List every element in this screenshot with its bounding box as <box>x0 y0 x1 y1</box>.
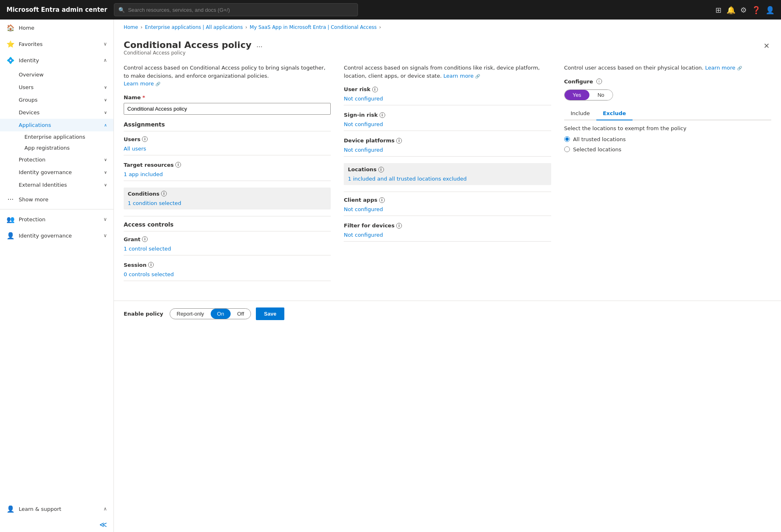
locations-info-icon[interactable]: i <box>378 167 384 172</box>
tab-exclude[interactable]: Exclude <box>596 107 633 120</box>
close-button[interactable]: ✕ <box>762 40 771 52</box>
settings-icon[interactable]: ⚙ <box>740 6 747 14</box>
sidebar-sub-groups[interactable]: Groups ∨ <box>0 94 113 106</box>
locations-value[interactable]: 1 included and all trusted locations exc… <box>348 176 467 182</box>
session-info-icon[interactable]: i <box>148 262 154 268</box>
identity-governance-label: Identity governance <box>19 169 72 175</box>
identity-governance-chevron: ∨ <box>104 170 107 174</box>
off-button[interactable]: Off <box>231 309 251 319</box>
device-platforms-value[interactable]: Not configured <box>344 147 383 153</box>
help-icon[interactable]: ❓ <box>752 6 761 14</box>
learn-more-3[interactable]: Learn more <box>705 65 735 71</box>
form-col-1: Control access based on Conditional Acce… <box>124 64 331 288</box>
location-radio-group: All trusted locations Selected locations <box>564 136 771 153</box>
sidebar-item-protection2[interactable]: 👥 Protection ∨ <box>0 211 113 227</box>
ellipsis-button[interactable]: ... <box>256 41 262 49</box>
protection2-icon: 👥 <box>7 215 15 223</box>
identity-governance2-label: Identity governance <box>19 233 99 239</box>
sidebar-sub-identity-governance[interactable]: Identity governance ∨ <box>0 166 113 179</box>
sidebar-sub-external-identities[interactable]: External Identities ∨ <box>0 179 113 191</box>
selected-locations-label: Selected locations <box>573 146 622 153</box>
sidebar-item-favorites[interactable]: ⭐ Favorites ∨ <box>0 36 113 52</box>
all-trusted-radio-input[interactable] <box>564 136 570 142</box>
users-value[interactable]: All users <box>124 146 146 152</box>
yes-button[interactable]: Yes <box>565 90 589 100</box>
sidebar-app-registrations[interactable]: App registrations <box>0 142 113 153</box>
filter-devices-info-icon[interactable]: i <box>396 223 402 229</box>
device-platforms-info-icon[interactable]: i <box>396 138 402 144</box>
name-field-label: Name * <box>124 94 331 100</box>
client-apps-field-group: Client apps i Not configured <box>344 197 551 216</box>
enable-policy-bar: Enable policy Report-only On Off Save <box>114 301 781 327</box>
conditions-value[interactable]: 1 condition selected <box>128 200 181 206</box>
user-risk-value[interactable]: Not configured <box>344 96 383 102</box>
sidebar-collapse-btn[interactable]: ≪ <box>0 517 113 532</box>
selected-locations-radio-input[interactable] <box>564 146 570 152</box>
tab-include[interactable]: Include <box>564 107 596 120</box>
configure-info-icon[interactable]: i <box>596 78 602 84</box>
grid-icon[interactable]: ⊞ <box>716 6 722 14</box>
session-value[interactable]: 0 controls selected <box>124 271 174 277</box>
form-grid: Control access based on Conditional Acce… <box>124 64 771 294</box>
sign-in-risk-value[interactable]: Not configured <box>344 121 383 127</box>
protection2-label: Protection <box>19 216 99 222</box>
users-chevron: ∨ <box>104 85 107 89</box>
sidebar-item-home[interactable]: 🏠 Home <box>0 20 113 36</box>
grant-value[interactable]: 1 control selected <box>124 246 171 252</box>
grant-info-icon[interactable]: i <box>142 236 148 242</box>
breadcrumb-home[interactable]: Home <box>124 24 138 30</box>
sidebar-sub-devices[interactable]: Devices ∨ <box>0 106 113 119</box>
user-risk-info-icon[interactable]: i <box>372 87 378 92</box>
sidebar-item-identity-governance2[interactable]: 👤 Identity governance ∨ <box>0 227 113 244</box>
grant-label: Grant i <box>124 236 331 242</box>
panel-subtitle: Conditional Access policy <box>124 50 262 56</box>
search-bar[interactable]: 🔍 <box>114 3 358 16</box>
protection2-chevron: ∨ <box>103 216 107 222</box>
home-icon: 🏠 <box>7 24 15 32</box>
breadcrumb-enterprise-apps[interactable]: Enterprise applications | All applicatio… <box>145 24 243 30</box>
sidebar-item-learn-support[interactable]: 👤 Learn & support ∧ <box>0 501 113 517</box>
learn-more-1[interactable]: Learn more <box>124 81 154 87</box>
learn-support-icon: 👤 <box>7 505 15 513</box>
learn-support-chevron: ∧ <box>103 506 107 512</box>
sidebar-sub-applications[interactable]: Applications ∧ <box>0 119 113 131</box>
sidebar-sub-overview[interactable]: Overview <box>0 68 113 81</box>
overview-label: Overview <box>19 72 44 78</box>
sign-in-risk-info-icon[interactable]: i <box>380 112 385 118</box>
on-button[interactable]: On <box>211 309 231 319</box>
user-icon[interactable]: 👤 <box>766 6 774 14</box>
client-apps-value[interactable]: Not configured <box>344 206 383 212</box>
name-input[interactable] <box>124 103 331 115</box>
no-button[interactable]: No <box>589 90 613 100</box>
client-apps-info-icon[interactable]: i <box>379 197 385 203</box>
report-only-button[interactable]: Report-only <box>170 309 210 319</box>
top-bar: Microsoft Entra admin center 🔍 ⊞ 🔔 ⚙ ❓ 👤 <box>0 0 781 20</box>
selected-locations-radio[interactable]: Selected locations <box>564 146 771 153</box>
conditions-label: Conditions i <box>128 191 327 197</box>
sidebar-sub-protection[interactable]: Protection ∨ <box>0 153 113 166</box>
target-resources-value[interactable]: 1 app included <box>124 171 163 177</box>
sidebar-identity-label: Identity <box>19 57 99 63</box>
sidebar-sub-users[interactable]: Users ∨ <box>0 81 113 94</box>
assignments-section: Assignments <box>124 121 331 131</box>
filter-devices-value[interactable]: Not configured <box>344 232 383 238</box>
conditions-info-icon[interactable]: i <box>161 191 167 196</box>
app-registrations-label: App registrations <box>24 145 70 151</box>
bell-icon[interactable]: 🔔 <box>726 6 735 14</box>
users-field-group: Users i All users <box>124 136 331 155</box>
exclude-desc: Select the locations to exempt from the … <box>564 125 771 131</box>
groups-chevron: ∨ <box>104 98 107 102</box>
sidebar-item-show-more[interactable]: ··· Show more <box>0 191 113 207</box>
users-info-icon[interactable]: i <box>142 136 148 142</box>
sidebar-enterprise-apps[interactable]: Enterprise applications <box>0 131 113 142</box>
content-area: Home › Enterprise applications | All app… <box>114 20 781 532</box>
breadcrumb-my-saas[interactable]: My SaaS App in Microsoft Entra | Conditi… <box>250 24 377 30</box>
all-trusted-radio[interactable]: All trusted locations <box>564 136 771 142</box>
client-apps-label: Client apps i <box>344 197 551 203</box>
save-button[interactable]: Save <box>256 307 284 320</box>
grant-field-group: Grant i 1 control selected <box>124 236 331 255</box>
target-resources-info-icon[interactable]: i <box>175 162 181 168</box>
learn-more-2[interactable]: Learn more <box>443 73 473 79</box>
sidebar-item-identity[interactable]: 💠 Identity ∧ <box>0 52 113 68</box>
search-input[interactable] <box>128 7 353 13</box>
